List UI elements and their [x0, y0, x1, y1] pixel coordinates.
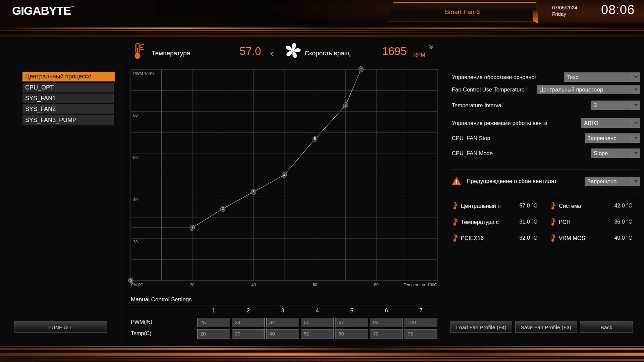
- temp-cell-6[interactable]: 70: [370, 329, 403, 339]
- dropdown-cpu-fan-stop[interactable]: Запрещено: [585, 133, 640, 143]
- temp-readout-ambient: Температура с 31.0 °C: [453, 214, 551, 230]
- dropdown-fan-speed-control[interactable]: Тихо: [564, 72, 640, 82]
- setting-label: CPU_FAN Stop: [452, 135, 490, 141]
- x-axis-right-label: Temperature 100C: [404, 283, 437, 287]
- fan-speed-label: Скорость вращ: [305, 50, 350, 57]
- curve-point-4[interactable]: 4: [282, 172, 287, 178]
- setting-label: Управление режимами работы венти: [452, 120, 547, 126]
- temp-value: 32.0 °C: [519, 235, 537, 241]
- temp-value: 57.0 °C: [519, 203, 537, 209]
- curve-point-3[interactable]: 3: [251, 189, 256, 195]
- tab-smart-fan-6[interactable]: Smart Fan 6: [388, 2, 536, 21]
- temperature-unit: °C: [269, 51, 274, 57]
- save-fan-profile-button[interactable]: Save Fan Profile (F3): [515, 321, 577, 333]
- pwm-cell-7[interactable]: 100: [405, 318, 437, 327]
- fan-icon: [285, 43, 301, 59]
- sidebar-item-sys-fan3-pump[interactable]: SYS_FAN3_PUMP: [22, 115, 114, 125]
- column-header-5: 5: [351, 308, 354, 314]
- setting-row-temperature-interval: Temperature Interval 3: [452, 100, 640, 110]
- chevron-down-icon[interactable]: [632, 120, 640, 126]
- sidebar-item-cpu-fan[interactable]: Центральный процессо: [22, 72, 115, 81]
- panel-divider: [452, 169, 640, 170]
- svg-text:5: 5: [314, 137, 316, 141]
- vertical-divider: [121, 64, 121, 341]
- temp-cell-7[interactable]: 75: [405, 329, 437, 339]
- sidebar-item-sys-fan2[interactable]: SYS_FAN2: [22, 104, 114, 114]
- dropdown-temperature-interval[interactable]: 3: [591, 101, 640, 110]
- gigabyte-logo: GIGABYTE™: [12, 4, 74, 17]
- svg-text:6: 6: [345, 104, 347, 107]
- setting-row-cpu-fan-mode: CPU_FAN Mode Slope: [452, 148, 640, 158]
- thermometer-icon: [453, 234, 458, 242]
- pwm-cell-6[interactable]: 83: [370, 318, 403, 327]
- temp-cell-5[interactable]: 60: [335, 329, 368, 339]
- setting-label: Fan Control Use Temperature I: [452, 86, 528, 93]
- pwm-cell-1[interactable]: 25: [197, 318, 230, 327]
- thermometer-icon: [133, 42, 145, 60]
- pwm-cell-5[interactable]: 67: [335, 318, 368, 327]
- temp-cell-3[interactable]: 40: [266, 329, 299, 339]
- dropdown-fan-mode-control[interactable]: АВТО: [581, 118, 640, 128]
- thermometer-icon: [551, 218, 555, 226]
- temp-value: 31.0 °C: [519, 219, 537, 225]
- panel-divider: [452, 193, 640, 193]
- curve-point-1[interactable]: 1: [190, 225, 195, 231]
- temperature-value: 57.0: [239, 45, 261, 58]
- svg-text:4: 4: [283, 173, 285, 177]
- y-tick-20: 20: [133, 240, 138, 244]
- clock-display: 08:06: [601, 3, 635, 17]
- curve-point-2[interactable]: 2: [221, 206, 225, 212]
- sidebar-item-sys-fan1[interactable]: SYS_FAN1: [22, 94, 114, 103]
- thermometer-icon: [453, 218, 458, 226]
- temp-readout-cpu: Центральный п 57.0 °C: [453, 198, 551, 214]
- date-text: 07/05/2024: [552, 4, 577, 11]
- dropdown-fan-fail-warning[interactable]: Запрещено: [585, 177, 640, 186]
- dropdown-value: АВТО: [581, 120, 632, 126]
- dropdown-value: Запрещено: [585, 178, 632, 185]
- column-header-2: 2: [247, 308, 250, 314]
- pwm-cell-3[interactable]: 42: [266, 318, 299, 327]
- date-display: 07/05/2024 Friday: [552, 4, 577, 17]
- pwm-cell-4[interactable]: 50: [301, 318, 334, 327]
- dropdown-value: 3: [591, 102, 632, 109]
- tune-all-button[interactable]: TUNE ALL: [14, 321, 107, 333]
- load-fan-profile-button[interactable]: Load Fan Profile (F4): [450, 321, 512, 333]
- curve-point-5[interactable]: 5: [313, 136, 317, 142]
- dropdown-value: Запрещено: [585, 135, 632, 141]
- temp-cell-4[interactable]: 50: [301, 329, 334, 339]
- temp-label: Система: [559, 203, 581, 209]
- y-axis-top-label: PWM 100%: [133, 71, 154, 76]
- dropdown-value: Центральный процессор: [537, 86, 632, 93]
- pwm-row-label: PWM(%): [131, 319, 152, 325]
- fan-curve-chart: 01234567: [131, 69, 438, 281]
- temp-value: 40.0 °C: [614, 235, 632, 241]
- bios-smart-fan-screen: GIGABYTE™ Smart Fan 6 07/05/2024 Friday …: [0, 0, 644, 362]
- curve-point-7[interactable]: 7: [359, 67, 363, 72]
- sidebar-item-cpu-opt[interactable]: CPU_OPT: [22, 83, 114, 93]
- chevron-down-icon[interactable]: [632, 74, 640, 80]
- curve-point-6[interactable]: 6: [343, 103, 348, 108]
- back-button[interactable]: Back: [580, 321, 633, 333]
- svg-text:1: 1: [191, 226, 193, 230]
- chevron-down-icon[interactable]: [632, 178, 640, 185]
- dropdown-temperature-input[interactable]: Центральный процессор: [537, 85, 640, 94]
- column-header-1: 1: [212, 308, 215, 314]
- dropdown-value: Тихо: [564, 74, 632, 80]
- dropdown-cpu-fan-mode[interactable]: Slope: [591, 148, 640, 158]
- fan-speed-unit: RPM: [413, 52, 425, 58]
- temp-label: PCH: [559, 219, 571, 225]
- gear-icon[interactable]: [428, 44, 434, 50]
- x-axis-origin-label: 0%,0C: [131, 283, 143, 287]
- pwm-cell-2[interactable]: 34: [232, 318, 265, 327]
- chevron-down-icon[interactable]: [632, 135, 640, 141]
- thermometer-icon: [453, 202, 458, 210]
- chevron-down-icon[interactable]: [632, 86, 640, 93]
- manual-control-title: Manual Control Settings: [131, 296, 192, 303]
- temp-cell-2[interactable]: 30: [232, 329, 265, 339]
- temp-cell-1[interactable]: 20: [197, 329, 230, 339]
- tab-label: Smart Fan 6: [445, 8, 480, 16]
- chevron-down-icon[interactable]: [632, 150, 640, 157]
- chevron-down-icon[interactable]: [632, 102, 640, 109]
- x-tick-20: 20: [190, 283, 194, 287]
- x-tick-40: 40: [251, 283, 256, 287]
